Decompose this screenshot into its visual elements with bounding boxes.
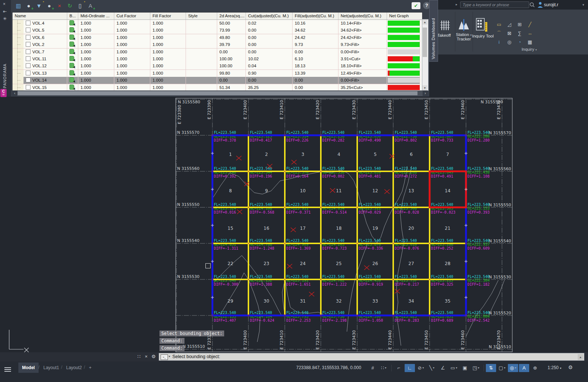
- inquiry-panel-title[interactable]: Inquiry ▾: [478, 47, 581, 51]
- checkbox[interactable]: [26, 63, 31, 68]
- isodraft-icon[interactable]: ╲▾: [427, 364, 437, 372]
- inquiry-tool-button[interactable]: Inquiry Tool: [469, 34, 497, 38]
- nav-icon[interactable]: ◎▾: [508, 364, 518, 372]
- add-entry-icon[interactable]: ●+: [45, 1, 54, 10]
- add-label-icon[interactable]: A+: [86, 1, 95, 10]
- autohide-pin-icon[interactable]: ⇤: [3, 9, 7, 14]
- osnap-icon[interactable]: ▭▾: [449, 364, 459, 372]
- ortho-icon[interactable]: ∟: [405, 364, 415, 372]
- osnap-3d-icon[interactable]: ▣: [460, 364, 470, 372]
- dynamic-ucs-icon[interactable]: ◳▾: [471, 364, 481, 372]
- customization-gear-icon[interactable]: ⚙: [568, 364, 573, 370]
- tab-layout2[interactable]: Layout2: [62, 363, 86, 373]
- delete-entry-icon[interactable]: ×: [55, 1, 64, 10]
- import-volumes-icon[interactable]: ▼*: [35, 1, 43, 10]
- time-icon[interactable]: ◔: [515, 38, 524, 46]
- annotation-visibility-icon[interactable]: ⊕: [530, 364, 540, 372]
- continuous-distance-icon[interactable]: ⌒: [495, 29, 503, 38]
- table-row[interactable]: VOL.6➤1.0001.0001.00049.800.0024.4224.42…: [12, 34, 422, 41]
- table-row[interactable]: VOL.5➤1.0001.0001.00073.990.0034.6234.62…: [12, 27, 422, 34]
- chevron-down-icon[interactable]: ▾: [169, 355, 170, 358]
- panorama-tab[interactable]: PANORAMA: [3, 54, 7, 88]
- list-slope-icon[interactable]: i: [495, 38, 503, 46]
- polar-tracking-icon[interactable]: ⊘▾: [416, 364, 426, 372]
- horizontal-distance-icon[interactable]: ▭: [495, 21, 503, 29]
- grip-dots-icon[interactable]: ∷: [137, 354, 140, 359]
- menu-hamburger-icon[interactable]: [4, 367, 11, 373]
- selection-cycling-icon[interactable]: ⇅: [486, 364, 496, 372]
- command-prompt-text[interactable]: Select bounding object:: [172, 354, 220, 359]
- horizontal-scrollbar[interactable]: ‹ ›: [12, 90, 428, 96]
- angle-distance-icon[interactable]: ╱: [526, 21, 534, 29]
- inquiry-point-icon[interactable]: ◎: [505, 38, 514, 46]
- user-icon[interactable]: [537, 1, 543, 8]
- station-tracker-icon[interactable]: [458, 18, 470, 32]
- column-header[interactable]: Fill Factor: [150, 13, 186, 19]
- distance-icon[interactable]: ↔: [526, 29, 534, 38]
- scroll-down-icon[interactable]: ▾: [422, 85, 427, 90]
- inquiry-tool-icon[interactable]: [476, 18, 489, 33]
- search-collapse-icon[interactable]: ▸: [456, 3, 458, 6]
- checkbox[interactable]: [26, 56, 31, 61]
- panorama-grid-icon[interactable]: ▥: [14, 1, 23, 10]
- gizmo-icon[interactable]: ▢▾: [497, 364, 507, 372]
- checkbox[interactable]: [26, 49, 31, 54]
- table-row[interactable]: VOL.13➤1.0001.0001.00099.800.9013.3912.4…: [12, 70, 422, 77]
- table-row[interactable]: VOL.2➤1.0001.0001.00039.790.009.739.73<F…: [12, 41, 422, 48]
- column-header[interactable]: Style: [186, 13, 217, 19]
- table-row[interactable]: VOL.11➤1.0001.0001.000100.0010.026.103.9…: [12, 56, 422, 63]
- column-header[interactable]: Cut(adjusted)(Cu. M.): [246, 13, 293, 19]
- close-icon[interactable]: ×: [3, 1, 6, 7]
- annotation-scale-icon[interactable]: A: [519, 364, 529, 372]
- column-header[interactable]: B...: [67, 13, 78, 19]
- signed-in-user[interactable]: surojit.r: [544, 2, 558, 7]
- table-row[interactable]: VOL.12➤1.0001.0001.000100.000.0418.1318.…: [12, 63, 422, 69]
- command-input-bar[interactable]: >_ ▾ Select bounding object: ▴: [159, 353, 584, 361]
- slope-grade-icon[interactable]: ◿: [505, 21, 514, 29]
- column-header[interactable]: Net(adjusted)(Cu. M.): [338, 13, 387, 19]
- grid-display-icon[interactable]: #: [368, 364, 378, 372]
- checkbox[interactable]: [26, 42, 31, 47]
- scrollbar-thumb[interactable]: [423, 28, 427, 57]
- scroll-left-icon[interactable]: ‹: [12, 90, 17, 96]
- chevron-down-icon[interactable]: ▾: [582, 3, 584, 7]
- autotrack-icon[interactable]: ∠: [438, 364, 448, 372]
- column-header[interactable]: Cut Factor: [114, 13, 150, 19]
- create-entry-icon[interactable]: ●+: [24, 1, 33, 10]
- check-apply-button[interactable]: ✔: [412, 2, 420, 9]
- sum-areas-icon[interactable]: ∑: [515, 29, 524, 38]
- scrollbar-thumb[interactable]: [18, 91, 417, 95]
- close-icon[interactable]: ×: [145, 354, 148, 359]
- column-header[interactable]: Mid-Ordinate ...: [78, 13, 114, 19]
- infer-constraints-icon[interactable]: ⌐: [394, 364, 404, 372]
- scroll-right-icon[interactable]: ›: [423, 90, 428, 96]
- customize-wrench-icon[interactable]: ⚙: [151, 354, 156, 359]
- tab-layout1[interactable]: Layout1: [40, 363, 63, 373]
- column-header[interactable]: Name: [12, 13, 67, 19]
- report-icon[interactable]: ▯*: [76, 1, 85, 10]
- checkbox[interactable]: [26, 71, 31, 75]
- command-scroll-up-icon[interactable]: ▴: [578, 354, 583, 360]
- checkbox[interactable]: [26, 85, 31, 90]
- volumes-dashboard-tab[interactable]: Volumes Dashboard: [429, 0, 438, 62]
- vertical-scrollbar[interactable]: ▴ ▾: [422, 19, 429, 91]
- column-header[interactable]: 2d Area(sq....: [217, 13, 246, 19]
- new-layout-button[interactable]: +: [85, 363, 95, 373]
- takeoff-icon[interactable]: [440, 19, 451, 31]
- add-distances-icon[interactable]: ⊞: [515, 21, 524, 29]
- search-input[interactable]: Type a keyword or phrase: [460, 1, 529, 8]
- column-header[interactable]: Net Graph: [387, 13, 422, 19]
- bounded-area-icon[interactable]: ⊠: [505, 29, 514, 38]
- recompute-icon[interactable]: ↻: [65, 1, 74, 10]
- search-icon[interactable]: [529, 2, 535, 8]
- snap-mode-icon[interactable]: ∷▾: [379, 364, 389, 372]
- table-row[interactable]: VOL.14➤1.0001.0001.0000.000.000.000.00<F…: [12, 77, 422, 84]
- annotation-scale-control[interactable]: 1:250 ▾: [548, 365, 561, 370]
- table-row[interactable]: VOL.15➤1.0001.0001.00051.3435.250.0035.2…: [12, 84, 422, 91]
- column-header[interactable]: Fill(adjusted)(Cu. M.): [293, 13, 338, 19]
- tab-model[interactable]: Model: [18, 363, 39, 373]
- checkbox[interactable]: [26, 28, 31, 32]
- checkbox[interactable]: [26, 78, 31, 82]
- properties-icon[interactable]: ✳: [3, 16, 7, 21]
- scroll-up-icon[interactable]: ▴: [422, 19, 427, 25]
